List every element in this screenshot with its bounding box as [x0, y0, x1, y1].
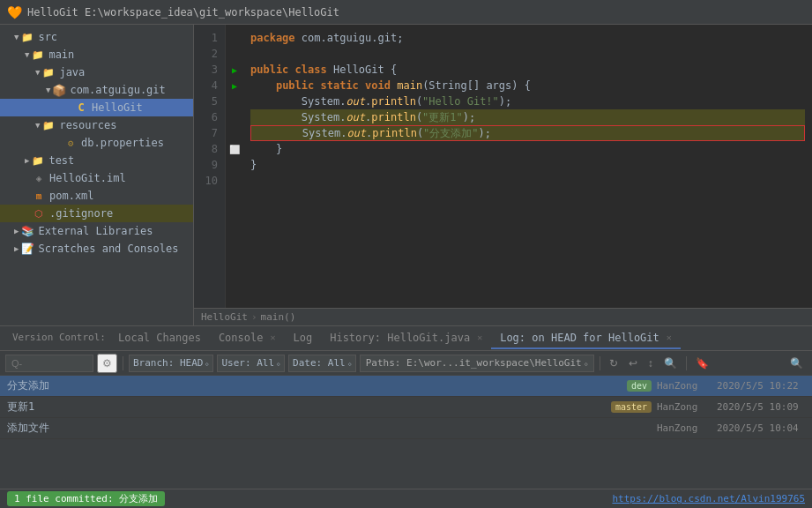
sidebar-label: External Libraries: [38, 225, 153, 237]
tab-bar: Version Control: Local Changes Console ✕…: [0, 326, 812, 351]
user-selector[interactable]: User: All ⬦: [217, 355, 285, 372]
line-num-5: 5: [194, 93, 225, 109]
close-console-btn[interactable]: ✕: [270, 332, 275, 342]
code-line-6: System.out.println("更新1");: [250, 109, 805, 125]
folder-icon: 📁: [41, 65, 56, 79]
log-msg-2: 更新1: [7, 400, 611, 415]
close-loghead-btn[interactable]: ✕: [667, 332, 672, 342]
sidebar-label: src: [38, 31, 57, 43]
tab-log[interactable]: Log: [285, 328, 322, 349]
search-log-right[interactable]: 🔍: [786, 355, 807, 371]
log-msg-1: 分支添加: [7, 378, 627, 393]
folder-icon: 📁: [20, 30, 34, 44]
sidebar-item-resources[interactable]: ▼ 📁 resources: [0, 116, 193, 134]
separator2: [600, 356, 600, 370]
sidebar-item-extlibs[interactable]: ▶ 📚 External Libraries: [0, 222, 193, 240]
search-log-button[interactable]: 🔍: [660, 355, 681, 371]
log-search-input[interactable]: [5, 355, 93, 372]
java-file-icon: C: [74, 101, 88, 115]
expand-arrow: ▼: [35, 121, 40, 130]
expand-arrow: ▼: [46, 86, 50, 94]
sidebar-label: main: [48, 49, 74, 61]
log-table: 分支添加 dev HanZong 2020/5/5 10:22 更新1 mast…: [0, 376, 812, 489]
tab-local-changes[interactable]: Local Changes: [109, 328, 210, 349]
code-content[interactable]: package com.atguigu.git; public class He…: [243, 25, 812, 308]
sidebar-item-java[interactable]: ▼ 📁 java: [0, 64, 193, 81]
log-date-1: 2020/5/5 10:22: [717, 380, 805, 392]
sidebar-item-src[interactable]: ▼ 📁 src: [0, 28, 193, 46]
breadcrumb-bar: HelloGit › main(): [194, 308, 812, 325]
log-row-1[interactable]: 分支添加 dev HanZong 2020/5/5 10:22: [0, 376, 812, 397]
line-num-1: 1: [194, 30, 225, 46]
log-row-2[interactable]: 更新1 master HanZong 2020/5/5 10:09: [0, 397, 812, 418]
code-line-9: }: [250, 157, 805, 173]
tab-history[interactable]: History: HelloGit.java ✕: [321, 328, 491, 349]
gutter-7: [226, 125, 243, 141]
date-selector[interactable]: Date: All ⬦: [288, 355, 356, 372]
branch-dropdown-icon: ⬦: [205, 359, 209, 368]
sidebar-label: java: [59, 66, 85, 78]
sidebar-item-package[interactable]: ▼ 📦 com.atguigu.git: [0, 81, 193, 99]
breadcrumb-sep: ›: [251, 311, 257, 323]
code-line-2: [250, 46, 805, 62]
tab-console[interactable]: Console ✕: [210, 328, 285, 349]
prev-button[interactable]: ↩: [625, 355, 641, 371]
iml-icon: ◈: [32, 171, 46, 185]
sidebar-label: test: [48, 154, 74, 167]
app-icon: 🧡: [7, 5, 22, 19]
title-text: HelloGit E:\workspace_idea\git_workspace…: [27, 6, 339, 19]
sidebar-label: HelloGit: [92, 101, 143, 114]
code-line-10: [250, 173, 805, 189]
sidebar-item-hellogit[interactable]: C HelloGit: [0, 99, 193, 116]
paths-label[interactable]: Paths: E:\wor...it_workspace\HelloGit ⬦: [360, 355, 594, 372]
expand-arrow: ▼: [35, 68, 40, 77]
main-area: ▼ 📁 src ▼ 📁 main ▼ 📁 java ▼ 📦 com.atguig…: [0, 25, 812, 325]
line-numbers: 1 2 3 4 5 6 7 8 9 10: [194, 25, 226, 308]
line-num-9: 9: [194, 157, 225, 173]
sidebar-item-gitignore[interactable]: ⬡ .gitignore: [0, 205, 193, 222]
bottom-panel: Version Control: Local Changes Console ✕…: [0, 325, 812, 489]
run-button-4[interactable]: ▶: [232, 81, 237, 91]
gutter-3[interactable]: ▶: [226, 62, 243, 78]
sidebar-item-test[interactable]: ▶ 📁 test: [0, 152, 193, 169]
run-button-3[interactable]: ▶: [232, 65, 237, 75]
sidebar-label: Scratches and Consoles: [38, 243, 178, 255]
tab-version-control-label: Version Control:: [4, 328, 109, 348]
user-dropdown-icon: ⬦: [276, 359, 280, 368]
sidebar-item-pom[interactable]: m pom.xml: [0, 187, 193, 205]
branch-selector[interactable]: Branch: HEAD ⬦: [129, 355, 213, 372]
folder-icon: 📁: [31, 48, 45, 62]
sidebar-item-scratches[interactable]: ▶ 📝 Scratches and Consoles: [0, 240, 193, 258]
log-row-3[interactable]: 添加文件 HanZong 2020/5/5 10:04: [0, 418, 812, 439]
refresh-button[interactable]: ↻: [606, 355, 622, 371]
scratch-icon: 📝: [20, 242, 34, 256]
tab-log-head[interactable]: Log: on HEAD for HelloGit ✕: [491, 328, 681, 349]
properties-icon: ⚙: [63, 136, 78, 150]
log-author-3: HanZong: [657, 422, 710, 434]
close-history-btn[interactable]: ✕: [477, 332, 482, 342]
settings-button[interactable]: ⚙: [97, 354, 117, 373]
gutter-6: [226, 109, 243, 125]
lib-icon: 📚: [20, 224, 34, 238]
sort-button[interactable]: ↕: [644, 355, 657, 371]
line-num-2: 2: [194, 46, 225, 62]
expand-arrow: ▶: [14, 244, 19, 253]
editor-area: 1 2 3 4 5 6 7 8 9 10 ▶: [194, 25, 812, 325]
gutter-10: [226, 173, 243, 189]
bookmark-log-button[interactable]: 🔖: [692, 355, 712, 371]
sidebar-item-dbprops[interactable]: ⚙ db.properties: [0, 134, 193, 152]
paths-dropdown-icon: ⬦: [584, 359, 588, 368]
status-right: https://blog.csdn.net/Alvin199765: [612, 493, 805, 504]
status-link[interactable]: https://blog.csdn.net/Alvin199765: [612, 493, 805, 504]
separator3: [686, 356, 687, 370]
sidebar-item-main[interactable]: ▼ 📁 main: [0, 46, 193, 64]
xml-icon: m: [32, 189, 46, 203]
log-toolbar: ⚙ Branch: HEAD ⬦ User: All ⬦ Date: All ⬦…: [0, 351, 812, 376]
code-line-3: public class HelloGit {: [250, 62, 805, 78]
sidebar-label: HelloGit.iml: [49, 172, 126, 184]
status-bar: 1 file committed: 分支添加 https://blog.csdn…: [0, 489, 812, 508]
log-msg-3: 添加文件: [7, 421, 657, 436]
sidebar-label: .gitignore: [49, 207, 113, 220]
sidebar-item-iml[interactable]: ◈ HelloGit.iml: [0, 169, 193, 187]
gutter-4[interactable]: ▶: [226, 78, 243, 93]
